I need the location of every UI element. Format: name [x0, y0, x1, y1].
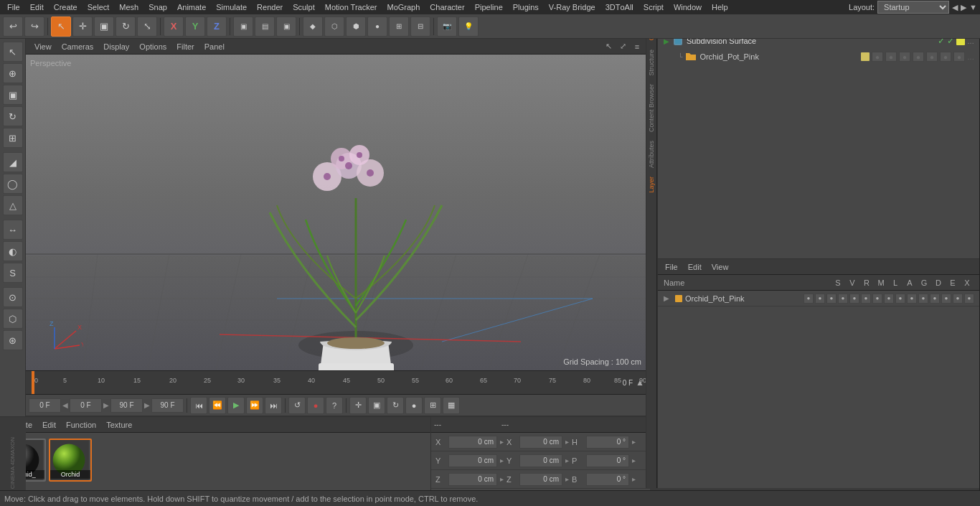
orchid-more[interactable]: …	[967, 53, 974, 61]
redo-button[interactable]: ↪	[24, 17, 44, 37]
step-forward-button[interactable]: ⏩	[246, 397, 263, 414]
attr-ctrl-14[interactable]: ●	[953, 294, 963, 304]
frame-step-up[interactable]: ▶	[103, 401, 109, 409]
orchid-tag-5[interactable]: ●	[926, 52, 938, 62]
menu-render[interactable]: Render	[253, 1, 287, 13]
attr-ctrl-11[interactable]: ●	[918, 294, 928, 304]
material-texture[interactable]: Texture	[102, 419, 136, 431]
preview-start-input[interactable]	[70, 398, 102, 413]
goto-end-button[interactable]: ⏭	[265, 397, 282, 414]
coords-z-pos-input[interactable]	[448, 473, 497, 486]
viewport-panel-menu[interactable]: Panel	[200, 41, 229, 52]
menu-create[interactable]: Create	[50, 1, 82, 13]
orchid-tag-2[interactable]: ●	[885, 52, 897, 62]
timeline-ruler[interactable]: 0 5 10 15 20 25 30 35 40 45 50 55 60 65 …	[26, 370, 647, 395]
coords-y-pos-input[interactable]	[448, 454, 497, 467]
left-tool-1[interactable]: ↖	[3, 42, 23, 62]
attr-ctrl-12[interactable]: ●	[930, 294, 940, 304]
material-function[interactable]: Function	[62, 419, 100, 431]
left-tool-10[interactable]: ◐	[3, 241, 23, 261]
transform-tool-button[interactable]: ⤡	[137, 17, 157, 37]
preview-end-input[interactable]	[151, 398, 184, 413]
menu-sculpt[interactable]: Sculpt	[288, 1, 319, 13]
main-viewport[interactable]: View Cameras Display Options Filter Pane…	[26, 39, 647, 370]
object-mode-button[interactable]: ●	[367, 17, 387, 37]
attr-ctrl-4[interactable]: ●	[838, 294, 848, 304]
menu-mograph[interactable]: MoGraph	[382, 1, 424, 13]
left-tool-14[interactable]: ⊛	[3, 330, 23, 350]
loop-button[interactable]: ↺	[288, 397, 306, 414]
attr-file-menu[interactable]: File	[661, 261, 682, 273]
pb-dot-button[interactable]: ●	[405, 397, 423, 414]
coords-x-pos-input[interactable]	[448, 436, 497, 449]
attr-item-orchid[interactable]: ▶ Orchid_Pot_Pink ● ● ● ● ● ● ● ● ● ● ● …	[658, 291, 980, 306]
coords-p-input[interactable]	[586, 454, 629, 467]
menu-pipeline[interactable]: Pipeline	[471, 1, 507, 13]
viewport-icon-settings[interactable]: ≡	[631, 41, 643, 52]
left-tool-5[interactable]: ⊞	[3, 128, 23, 148]
rotate-tool-button[interactable]: ↻	[116, 17, 136, 37]
menu-vray[interactable]: V-Ray Bridge	[545, 1, 600, 13]
snap-button[interactable]: 📷	[437, 17, 457, 37]
coords-y-size-input[interactable]	[519, 454, 562, 467]
viewport-filter-menu[interactable]: Filter	[172, 41, 198, 52]
polygons-mode-button[interactable]: ⬢	[346, 17, 366, 37]
menu-character[interactable]: Character	[425, 1, 468, 13]
pb-move-button[interactable]: ✛	[349, 397, 367, 414]
menu-animate[interactable]: Animate	[173, 1, 210, 13]
frame-step-down[interactable]: ◀	[62, 401, 68, 409]
coords-h-input[interactable]	[586, 436, 629, 449]
tab-structure[interactable]: Structure	[646, 45, 656, 80]
scale-tool-button[interactable]: ▣	[94, 17, 114, 37]
orchid-tag-6[interactable]: ●	[940, 52, 951, 62]
axis-y-button[interactable]: Y	[185, 17, 205, 37]
layout-dropdown[interactable]: Startup	[877, 1, 949, 14]
play-button[interactable]: ▶	[227, 397, 245, 414]
left-tool-6[interactable]: ◢	[3, 152, 23, 172]
select-tool-button[interactable]: ↖	[51, 17, 71, 37]
menu-simulate[interactable]: Simulate	[212, 1, 251, 13]
layout-arrow-right[interactable]: ▶	[961, 3, 966, 12]
pb-grid-button[interactable]: ⊞	[424, 397, 441, 414]
viewport-view-menu[interactable]: View	[30, 41, 56, 52]
material-edit[interactable]: Edit	[38, 419, 60, 431]
left-tool-7[interactable]: ◯	[3, 174, 23, 194]
attr-ctrl-5[interactable]: ●	[849, 294, 859, 304]
render-to-picture-button[interactable]: ▤	[255, 17, 275, 37]
attr-ctrl-1[interactable]: ●	[804, 294, 814, 304]
orchid-tag-1[interactable]: ●	[872, 52, 883, 62]
attr-ctrl-2[interactable]: ●	[815, 294, 825, 304]
edges-mode-button[interactable]: ⬡	[324, 17, 344, 37]
attr-ctrl-15[interactable]: ●	[964, 294, 974, 304]
attr-view-menu[interactable]: View	[707, 261, 733, 273]
attr-ctrl-7[interactable]: ●	[872, 294, 882, 304]
viewport-canvas[interactable]: Perspective X Y Z Grid Spacing : 100 cm	[26, 55, 647, 370]
menu-window[interactable]: Window	[669, 1, 706, 13]
menu-script[interactable]: Script	[639, 1, 668, 13]
frame-counter-arrow[interactable]: ▲	[636, 378, 644, 388]
coords-b-input[interactable]	[586, 473, 629, 486]
menu-file[interactable]: File	[3, 1, 24, 13]
move-tool-button[interactable]: ✛	[72, 17, 93, 37]
attr-ctrl-6[interactable]: ●	[861, 294, 871, 304]
orchid-tag-4[interactable]: ●	[913, 52, 924, 62]
coords-z-size-input[interactable]	[519, 473, 562, 486]
attr-ctrl-9[interactable]: ●	[895, 294, 905, 304]
attr-ctrl-8[interactable]: ●	[884, 294, 894, 304]
viewport-display-menu[interactable]: Display	[99, 41, 133, 52]
left-tool-9[interactable]: ↔	[3, 220, 23, 240]
texture-mode-button[interactable]: ⊞	[389, 17, 409, 37]
workplane-button[interactable]: ⊟	[410, 17, 430, 37]
viewport-options-menu[interactable]: Options	[135, 41, 171, 52]
tab-attributes[interactable]: Attributes	[646, 136, 656, 172]
end-frame-step-up[interactable]: ▶	[144, 401, 150, 409]
left-tool-4[interactable]: ↻	[3, 106, 23, 126]
menu-plugins[interactable]: Plugins	[509, 1, 543, 13]
menu-mesh[interactable]: Mesh	[115, 1, 143, 13]
attr-edit-menu[interactable]: Edit	[684, 261, 706, 273]
menu-select[interactable]: Select	[83, 1, 114, 13]
orchid-tag-7[interactable]: ●	[953, 52, 965, 62]
left-tool-3[interactable]: ▣	[3, 85, 23, 105]
pb-box-button[interactable]: ▣	[368, 397, 385, 414]
attr-ctrl-10[interactable]: ●	[907, 294, 917, 304]
